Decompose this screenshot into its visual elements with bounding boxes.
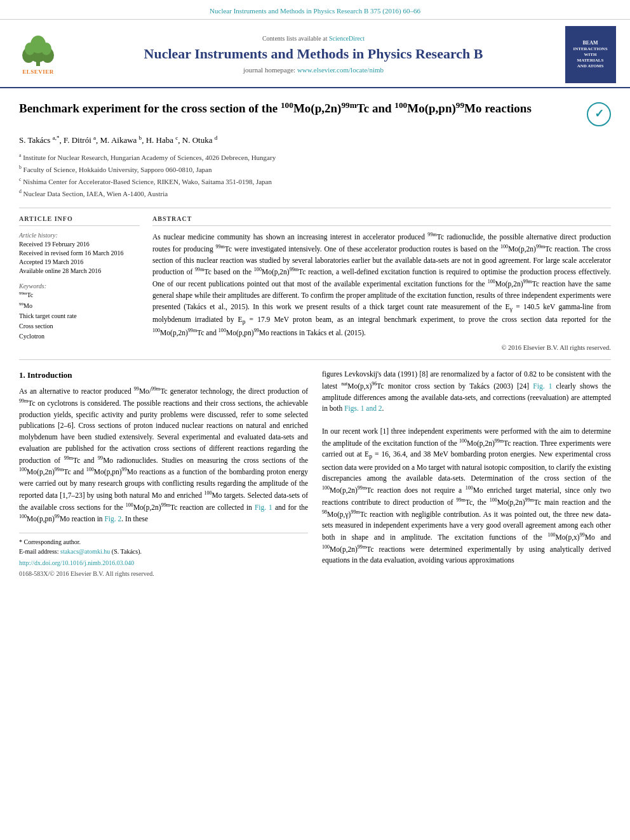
affiliation-d: d Nuclear Data Section, IAEA, Wien A-140… (19, 188, 611, 199)
license-line: 0168-583X/© 2016 Elsevier B.V. All right… (19, 569, 308, 578)
page: Nuclear Instruments and Methods in Physi… (0, 0, 630, 840)
copyright: © 2016 Elsevier B.V. All rights reserved… (152, 343, 611, 353)
abstract-text: As nuclear medicine community has shown … (152, 231, 611, 338)
top-bar: Nuclear Instruments and Methods in Physi… (0, 0, 630, 20)
elsevier-tree-icon (16, 33, 60, 68)
email-link[interactable]: stakacs@atomki.hu (60, 548, 110, 555)
journal-title-area: Contents lists available at ScienceDirec… (70, 34, 557, 75)
nim-badge-area: BEAM INTERACTIONS WITH MATERIALS AND ATO… (563, 26, 617, 83)
intro-section-title: 1. Introduction (19, 369, 308, 382)
article-title-text: Benchmark experiment for the cross secti… (19, 100, 580, 117)
doi-link[interactable]: http://dx.doi.org/10.1016/j.nimb.2016.03… (19, 559, 134, 566)
intro-two-col: 1. Introduction As an alternative to rea… (19, 369, 611, 578)
divider-2 (19, 359, 611, 360)
article-info-col: ARTICLE INFO Article history: Received 1… (19, 215, 140, 353)
article-title-area: Benchmark experiment for the cross secti… (19, 100, 611, 126)
affiliation-a: a Institute for Nuclear Research, Hungar… (19, 152, 611, 163)
intro-right-col: figures Levkovskij's data (1991) [8] are… (322, 369, 611, 578)
fig1-ref-link[interactable]: Fig. 1 (533, 382, 552, 390)
elsevier-logo-area: ELSEVIER (13, 33, 64, 76)
crossmark-badge: ✓ (587, 102, 611, 126)
doi-line: http://dx.doi.org/10.1016/j.nimb.2016.03… (19, 558, 308, 568)
homepage-link[interactable]: www.elsevier.com/locate/nimb (297, 66, 384, 74)
sciencedirect-link[interactable]: ScienceDirect (329, 35, 365, 42)
article-content: Benchmark experiment for the cross secti… (0, 88, 630, 585)
divider-1 (19, 208, 611, 208)
corresponding-author: * Corresponding author. (19, 537, 308, 547)
affiliations: a Institute for Nuclear Research, Hungar… (19, 152, 611, 199)
intro-left-col: 1. Introduction As an alternative to rea… (19, 369, 308, 578)
abstract-heading: ABSTRACT (152, 215, 611, 226)
affiliation-b: b Faculty of Science, Hokkaido Universit… (19, 164, 611, 175)
contents-line: Contents lists available at ScienceDirec… (70, 34, 557, 43)
elsevier-wordmark: ELSEVIER (22, 68, 54, 76)
keywords-section: Keywords: 99mTc 99Mo Thick target count … (19, 282, 140, 341)
journal-homepage: journal homepage: www.elsevier.com/locat… (70, 65, 557, 75)
svg-point-6 (41, 43, 51, 55)
figs12-link[interactable]: Figs. 1 and 2 (344, 404, 382, 412)
intro-section: 1. Introduction As an alternative to rea… (19, 369, 611, 578)
footnotes: * Corresponding author. E-mail address: … (19, 533, 308, 578)
intro-right-para-2: In our recent work [1] three independent… (322, 426, 611, 566)
journal-reference[interactable]: Nuclear Instruments and Methods in Physi… (210, 7, 420, 15)
article-info-heading: ARTICLE INFO (19, 215, 140, 226)
journal-header: ELSEVIER Contents lists available at Sci… (0, 20, 630, 88)
intro-left-para: As an alternative to reactor produced 99… (19, 385, 308, 525)
nim-badge: BEAM INTERACTIONS WITH MATERIALS AND ATO… (565, 26, 616, 83)
abstract-col: ABSTRACT As nuclear medicine community h… (152, 215, 611, 353)
fig2-link[interactable]: Fig. 2 (104, 515, 121, 523)
authors: S. Takács a,*, F. Ditrói a, M. Aikawa b,… (19, 134, 611, 147)
article-history: Article history: Received 19 February 20… (19, 231, 140, 276)
intro-right-para-1: figures Levkovskij's data (1991) [8] are… (322, 369, 611, 415)
journal-main-title: Nuclear Instruments and Methods in Physi… (70, 46, 557, 62)
email-line: E-mail address: stakacs@atomki.hu (S. Ta… (19, 547, 308, 556)
info-abstract-cols: ARTICLE INFO Article history: Received 1… (19, 215, 611, 353)
svg-point-5 (25, 43, 35, 55)
fig1-link[interactable]: Fig. 1 (255, 503, 272, 510)
affiliation-c: c Nishima Center for Accelerator-Based S… (19, 176, 611, 187)
